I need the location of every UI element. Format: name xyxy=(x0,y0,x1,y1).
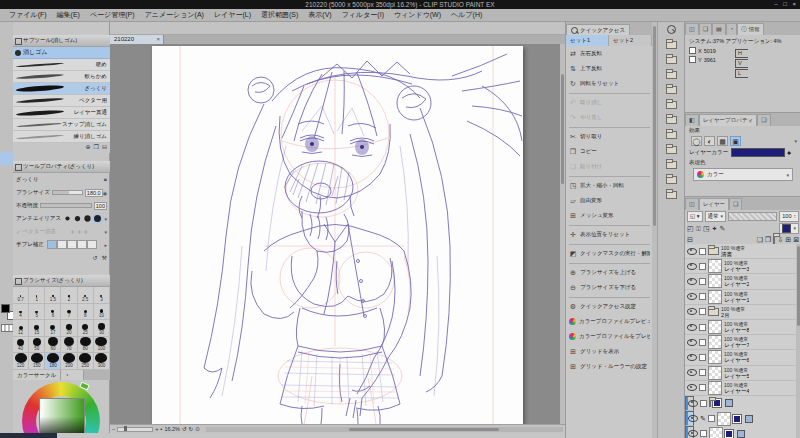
layer-color-effect-icon[interactable]: ▣ xyxy=(730,136,741,146)
quick-access-item[interactable]: ↷ やり直し xyxy=(566,110,653,125)
tab-search-layer[interactable]: ❏ xyxy=(757,114,770,126)
tool-icon[interactable] xyxy=(0,113,13,126)
collapsed-palette-icon[interactable] xyxy=(658,172,685,187)
command-bar-icon[interactable] xyxy=(211,23,223,34)
layer-thumbnail[interactable] xyxy=(708,335,722,349)
layer-row[interactable]: ✎ 100 %通常 レイヤー11 xyxy=(685,411,694,426)
command-bar-icon[interactable] xyxy=(141,23,153,34)
layer-checkbox[interactable] xyxy=(699,384,706,391)
quick-access-item[interactable]: ↻ 回転をリセット xyxy=(566,76,653,91)
brush-size-cell[interactable]: 1.5 xyxy=(45,287,61,304)
layer-row[interactable]: ✎ 100 %通常 レイヤー6 xyxy=(685,350,800,365)
tab-layer-icon[interactable]: ◫ xyxy=(685,198,699,210)
visibility-eye-icon[interactable] xyxy=(688,400,698,407)
layer-thumbnail[interactable] xyxy=(709,427,723,438)
menu-window[interactable]: ウィンドウ(W) xyxy=(389,10,446,20)
visibility-eye-icon[interactable] xyxy=(687,369,697,376)
close-tab-icon[interactable]: × xyxy=(156,35,160,44)
collapsed-palette-icon[interactable] xyxy=(658,127,685,142)
visibility-eye-icon[interactable] xyxy=(687,248,697,255)
brush-size-cell[interactable]: 70 xyxy=(61,337,77,354)
layer-checkbox[interactable] xyxy=(699,293,706,300)
fit-to-screen-button[interactable]: ▪ xyxy=(160,426,162,432)
wrench-icon[interactable]: ⚒ xyxy=(102,254,107,261)
quick-access-item[interactable]: ❏ 貼り付け xyxy=(566,159,653,174)
brush-size-slider[interactable] xyxy=(52,190,83,195)
brush-size-cell[interactable]: 4 xyxy=(13,304,29,321)
zoom-in-button[interactable]: + xyxy=(155,426,158,432)
tool-icon[interactable] xyxy=(0,35,13,48)
layer-row[interactable]: ✎ 100 %通常 下書き xyxy=(685,396,694,411)
layer-row[interactable]: ✎ 100 %通常 2月 xyxy=(685,305,800,320)
visibility-eye-icon[interactable] xyxy=(687,324,697,331)
brush-size-cell[interactable]: 17 xyxy=(45,320,61,337)
layer-thumbnail[interactable] xyxy=(708,274,722,288)
split-view-icon[interactable]: ⊟ xyxy=(687,236,693,244)
brush-size-cell[interactable]: 12 xyxy=(13,320,29,337)
visibility-eye-icon[interactable] xyxy=(687,293,697,300)
quick-access-set2-tab[interactable]: セット2 xyxy=(609,35,652,46)
layer-thumbnail[interactable] xyxy=(708,366,722,380)
tool-property-header[interactable]: ツールプロパティ(ざっくり) xyxy=(13,161,110,173)
quick-access-item[interactable]: ⊞ グリッド・ルーラーの設定 xyxy=(566,359,653,374)
layer-thumbnail[interactable] xyxy=(717,412,731,426)
brush-size-cell[interactable]: 60 xyxy=(45,337,61,354)
collapsed-palette-icon[interactable] xyxy=(658,112,685,127)
brush-size-cell[interactable]: 50 xyxy=(29,337,45,354)
command-bar-icon[interactable] xyxy=(281,23,293,34)
layer-row[interactable]: ✎ 100 %通常 清書 xyxy=(685,244,800,259)
collapsed-palette-icon[interactable] xyxy=(658,97,685,112)
lock-icon[interactable]: 🔒︎ xyxy=(104,176,107,183)
tool-icon[interactable] xyxy=(0,256,13,269)
layer-color-dropdown[interactable]: ▾ xyxy=(779,223,799,234)
quick-access-item[interactable]: ⇄ 左右反転 xyxy=(566,46,653,61)
layer-thumbnail[interactable] xyxy=(708,381,722,395)
blend-icon-dropdown[interactable]: ◱ ▾ xyxy=(687,211,703,222)
brush-size-cell[interactable]: 2.5 xyxy=(78,287,94,304)
visibility-eye-icon[interactable] xyxy=(688,415,698,422)
tool-icon[interactable] xyxy=(0,230,13,243)
layer-row[interactable]: ✎ 100 %通常 レイヤー5 xyxy=(685,366,800,381)
command-bar-icon[interactable] xyxy=(127,23,139,34)
brush-size-cell[interactable]: 5 xyxy=(29,304,45,321)
layer-checkbox[interactable] xyxy=(699,324,706,331)
combine-layer-icon[interactable]: ⊞ xyxy=(785,236,791,244)
subtool-item[interactable]: レイヤー貫通 xyxy=(13,107,110,119)
layer-thumbnail[interactable] xyxy=(708,290,722,304)
brush-size-cell[interactable]: 0.7 xyxy=(13,287,29,304)
expression-color-dropdown[interactable]: カラー ▾ xyxy=(693,168,793,181)
new-raster-layer-icon[interactable]: ❏ xyxy=(757,236,763,244)
command-bar-icon[interactable] xyxy=(169,23,181,34)
command-bar-icon[interactable] xyxy=(295,23,307,34)
draft-layer-icon[interactable]: ✎ xyxy=(719,225,725,233)
collapsed-palette-icon[interactable] xyxy=(658,157,685,172)
command-bar-icon[interactable] xyxy=(337,23,349,34)
brush-size-value[interactable]: 180.0 xyxy=(85,189,103,197)
collapsed-palette-icon[interactable] xyxy=(658,22,685,37)
tool-icon[interactable] xyxy=(0,204,13,217)
blend-mode-dropdown[interactable]: 通常▾ xyxy=(705,211,727,222)
layer-checkbox[interactable] xyxy=(699,248,706,255)
tool-icon[interactable] xyxy=(0,48,13,61)
quick-access-item[interactable]: ◉ カラープロファイルをプレビュー xyxy=(566,329,653,344)
vector-erase-checkbox[interactable]: ✓ xyxy=(16,229,21,235)
brush-size-cell[interactable]: 8 xyxy=(78,304,94,321)
tool-icon[interactable] xyxy=(0,87,13,100)
tab-quick-access[interactable]: クイックアクセス xyxy=(566,24,630,36)
visibility-eye-icon[interactable] xyxy=(687,308,697,315)
zoom-slider[interactable] xyxy=(117,427,153,432)
collapsed-palette-icon[interactable] xyxy=(658,37,685,52)
brush-size-cell[interactable]: 7 xyxy=(61,304,77,321)
tab-subview[interactable]: ❏ xyxy=(699,23,712,35)
subtool-item[interactable]: スナップ消しゴム xyxy=(13,119,110,131)
tool-icon[interactable] xyxy=(0,74,13,87)
delete-layer-icon[interactable]: ⊠ xyxy=(793,236,799,244)
subtool-item[interactable]: ベクター用 xyxy=(13,95,110,107)
layer-color-swatch[interactable] xyxy=(731,148,785,157)
vector-erase-modes[interactable]: ✛✛✛ xyxy=(70,229,90,235)
layer-row[interactable]: ✎ 100 %通常 レイヤー7 xyxy=(685,335,800,350)
subtool-item[interactable]: 軟らかめ xyxy=(13,71,110,83)
chevron-down-icon[interactable]: ▾ xyxy=(104,229,107,235)
brush-size-palette-header[interactable]: ブラシサイズ(ざっくり) xyxy=(13,275,110,287)
reset-settings-icon[interactable]: ↺ xyxy=(93,254,98,261)
